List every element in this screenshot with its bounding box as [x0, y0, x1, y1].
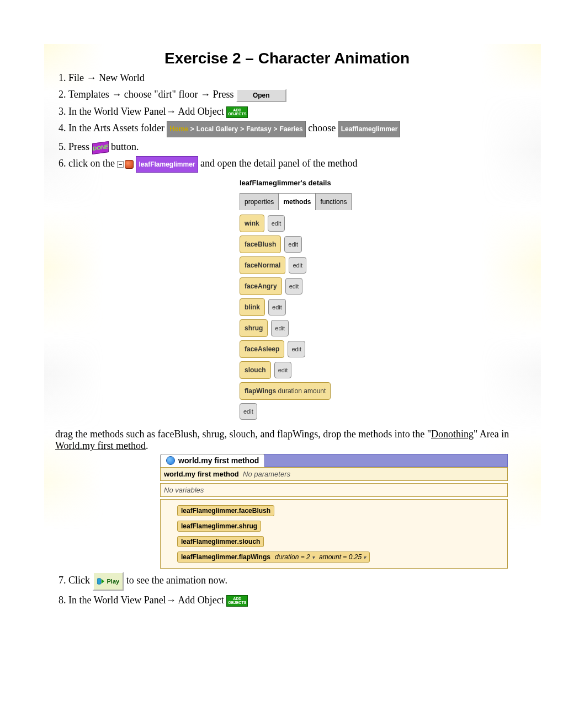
add-objects-button[interactable]: ADDOBJECTS — [226, 106, 248, 118]
tab-functions[interactable]: functions — [315, 193, 352, 210]
breadcrumb-fantasy[interactable]: Fantasy — [246, 122, 271, 136]
leafflameglimmer-object-tag[interactable]: leafFlameglimmer — [136, 156, 198, 173]
arrow-icon: → — [87, 72, 97, 83]
world-method-ref: World.my first method — [55, 440, 146, 451]
method-faceAsleep[interactable]: faceAsleep — [240, 340, 284, 358]
edit-button[interactable]: edit — [289, 257, 306, 274]
step-8: In the World View Panel→ Add Object ADDO… — [68, 593, 519, 607]
step-1-text-a: File — [68, 72, 87, 83]
step-2-text-b: choose "dirt" floor — [124, 89, 200, 100]
leafflameglimmer-tag[interactable]: Leafflameglimmer — [338, 121, 401, 137]
method-editor-tab[interactable]: world.my first method — [160, 454, 265, 467]
step-3-text-a: In the World View Panel — [68, 106, 166, 117]
breadcrumb-local-gallery[interactable]: Local Gallery — [196, 122, 238, 136]
step-5-text-b: button. — [111, 141, 139, 152]
step-6-text-a: click on the — [68, 158, 117, 169]
call-flapWings[interactable]: leafFlameglimmer.flapWings duration = 2 … — [177, 552, 370, 563]
method-wink[interactable]: wink — [240, 215, 264, 232]
steps-list: File → New World Templates → choose "dir… — [55, 71, 519, 420]
step-7-text-b: to see the animation now. — [126, 575, 227, 586]
step-4-text-b: choose — [308, 122, 336, 133]
tab-methods[interactable]: methods — [278, 193, 316, 210]
details-tabs: properties methods functions — [240, 192, 350, 210]
world-icon — [166, 456, 175, 465]
edit-button[interactable]: edit — [268, 299, 286, 315]
breadcrumb-sep-icon: > — [190, 122, 194, 136]
arrow-icon: → — [111, 89, 121, 100]
edit-button[interactable]: edit — [285, 278, 303, 295]
method-name-label: world.my first method — [164, 470, 239, 478]
step-4-text-a: In the Arts Assets folder — [68, 122, 167, 133]
edit-button[interactable]: edit — [240, 403, 257, 420]
method-flapWings[interactable]: flapWings duration amount — [240, 382, 331, 400]
details-panel: leafFlameglimmer's details properties me… — [240, 176, 350, 420]
step-1-text-b: New World — [97, 72, 145, 83]
step-1: File → New World — [68, 71, 519, 85]
edit-button[interactable]: edit — [284, 236, 302, 253]
donothing-ref: Donothing — [431, 429, 474, 440]
no-parameters-text: No parameters — [243, 470, 290, 478]
dropdown-icon[interactable]: ▾ — [363, 554, 366, 560]
step-8-text-b: Add Object — [178, 595, 224, 606]
method-shrug[interactable]: shrug — [240, 319, 268, 337]
method-editor-tabbar — [264, 454, 508, 467]
tree-expand-icon[interactable]: ‒ — [117, 161, 124, 168]
method-faceBlush[interactable]: faceBlush — [240, 235, 281, 253]
step-3-text-b: Add Object — [178, 106, 224, 117]
step-5: Press DONE button. — [68, 140, 519, 154]
arrow-icon: → — [166, 106, 176, 117]
add-objects-button[interactable]: ADDOBJECTS — [226, 595, 248, 607]
breadcrumb-sep-icon: > — [274, 122, 278, 136]
svg-marker-1 — [101, 579, 104, 584]
page-title: Exercise 2 – Character Animation — [55, 50, 519, 67]
method-editor-tab-label: world.my first method — [178, 456, 259, 465]
call-shrug[interactable]: leafFlameglimmer.shrug — [177, 521, 261, 532]
edit-button[interactable]: edit — [288, 341, 305, 357]
breadcrumb-bar[interactable]: Home > Local Gallery > Fantasy > Faeries — [167, 121, 305, 137]
object-icon — [125, 160, 134, 169]
open-button[interactable]: Open — [236, 89, 286, 102]
method-body[interactable]: leafFlameglimmer.faceBlush leafFlameglim… — [160, 499, 508, 569]
svg-rect-0 — [97, 579, 101, 584]
edit-button[interactable]: edit — [274, 362, 292, 378]
step-2-text-c: Press — [213, 89, 236, 100]
steps-list-cont: Click Play to see the animation now. In … — [55, 572, 519, 607]
step-2-text-a: Templates — [68, 89, 111, 100]
step-3: In the World View Panel→ Add Object ADDO… — [68, 104, 519, 119]
dropdown-icon[interactable]: ▾ — [312, 554, 315, 560]
method-header-row: world.my first method No parameters — [160, 467, 508, 481]
arrow-icon: → — [166, 595, 176, 606]
step-8-text-a: In the World View Panel — [68, 595, 166, 606]
done-button[interactable]: DONE — [92, 141, 109, 154]
call-slouch[interactable]: leafFlameglimmer.slouch — [177, 536, 264, 547]
method-slouch[interactable]: slouch — [240, 361, 271, 379]
method-faceNormal[interactable]: faceNormal — [240, 256, 285, 274]
breadcrumb-faeries[interactable]: Faeries — [280, 122, 303, 136]
method-editor: world.my first method world.my first met… — [160, 454, 508, 569]
step-2: Templates → choose "dirt" floor → Press … — [68, 87, 519, 102]
call-faceBlush[interactable]: leafFlameglimmer.faceBlush — [177, 505, 274, 516]
step-4: In the Arts Assets folder Home > Local G… — [68, 121, 519, 137]
tab-properties[interactable]: properties — [240, 193, 279, 210]
edit-button[interactable]: edit — [268, 215, 285, 232]
drag-instruction-text: drag the methods such as faceBlush, shru… — [55, 429, 519, 452]
play-button[interactable]: Play — [93, 572, 124, 591]
method-blink[interactable]: blink — [240, 298, 265, 316]
method-faceAngry[interactable]: faceAngry — [240, 277, 282, 295]
details-title: leafFlameglimmer's details — [240, 176, 350, 190]
arrow-icon: → — [200, 89, 210, 100]
step-7: Click Play to see the animation now. — [68, 572, 519, 591]
step-6-text-b: and open the detail panel of the method — [200, 158, 357, 169]
play-icon — [97, 578, 105, 585]
breadcrumb-sep-icon: > — [240, 122, 244, 136]
step-6: click on the ‒ leafFlameglimmer and open… — [68, 156, 519, 420]
no-variables-row: No variables — [160, 483, 508, 497]
edit-button[interactable]: edit — [271, 320, 289, 336]
step-7-text-a: Click — [68, 575, 93, 586]
step-5-text-a: Press — [68, 141, 92, 152]
breadcrumb-home[interactable]: Home — [169, 122, 188, 136]
